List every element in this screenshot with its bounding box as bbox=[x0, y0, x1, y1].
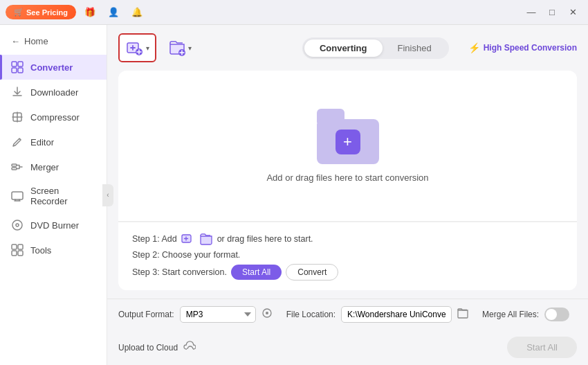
tab-finished[interactable]: Finished bbox=[383, 39, 447, 57]
step-2-row: Step 2: Choose your format. bbox=[132, 250, 563, 260]
title-bar: 🛒 See Pricing 🎁 👤 🔔 — □ ✕ bbox=[0, 0, 588, 25]
step-3-row: Step 3: Start conversion. Start All Conv… bbox=[132, 264, 563, 281]
step3-convert-button[interactable]: Convert bbox=[286, 264, 338, 281]
folder-illustration: + bbox=[317, 109, 379, 164]
profile-button[interactable]: 👤 bbox=[104, 3, 123, 22]
add-file-chevron-icon: ▾ bbox=[146, 44, 149, 52]
compressor-icon bbox=[11, 111, 24, 123]
drop-zone-text: Add or drag files here to start conversi… bbox=[266, 172, 428, 183]
add-file-button[interactable]: ▾ bbox=[118, 33, 156, 62]
screen-recorder-icon bbox=[11, 190, 24, 202]
svg-rect-6 bbox=[12, 168, 17, 170]
svg-rect-1 bbox=[18, 62, 23, 66]
svg-rect-2 bbox=[12, 68, 17, 73]
upload-cloud-field: Upload to Cloud bbox=[118, 341, 196, 355]
svg-point-19 bbox=[266, 312, 268, 314]
output-format-label: Output Format: bbox=[118, 310, 174, 319]
sidebar-editor-label: Editor bbox=[30, 137, 54, 148]
svg-rect-10 bbox=[12, 244, 17, 249]
output-format-field: Output Format: MP3 MP4 AVI MOV bbox=[118, 306, 273, 323]
output-format-select[interactable]: MP3 MP4 AVI MOV bbox=[180, 306, 256, 323]
sidebar-item-editor[interactable]: Editor bbox=[0, 130, 107, 154]
window-controls: — □ ✕ bbox=[522, 3, 582, 22]
title-bar-left: 🛒 See Pricing 🎁 👤 🔔 bbox=[6, 3, 147, 22]
svg-rect-13 bbox=[18, 251, 23, 256]
svg-point-9 bbox=[16, 224, 19, 226]
steps-section: Step 1: Add bbox=[118, 222, 577, 290]
gift-button[interactable]: 🎁 bbox=[80, 3, 100, 22]
dvd-burner-icon bbox=[11, 219, 24, 231]
main-content: ▾ ▾ Converting bbox=[107, 25, 588, 365]
output-format-settings-button[interactable] bbox=[261, 308, 273, 321]
sidebar-back[interactable]: ← Home bbox=[0, 30, 107, 52]
sidebar-dvd-burner-label: DVD Burner bbox=[30, 220, 79, 231]
step1-add-folder-icon bbox=[199, 232, 213, 246]
downloader-icon bbox=[11, 86, 24, 98]
sidebar-item-screen-recorder[interactable]: Screen Recorder bbox=[0, 179, 107, 213]
step-1-row: Step 1: Add bbox=[132, 232, 563, 246]
sidebar-item-dvd-burner[interactable]: DVD Burner bbox=[0, 213, 107, 238]
file-location-input[interactable] bbox=[341, 306, 452, 323]
upload-cloud-label: Upload to Cloud bbox=[118, 343, 178, 353]
sidebar-downloader-label: Downloader bbox=[30, 87, 78, 98]
sidebar-item-converter[interactable]: Converter bbox=[0, 55, 107, 80]
editor-icon bbox=[11, 136, 24, 148]
merger-icon bbox=[11, 161, 24, 173]
high-speed-label: High Speed Conversion bbox=[484, 43, 577, 53]
sidebar-collapse-handle[interactable]: ‹ bbox=[102, 184, 113, 206]
sidebar-item-tools[interactable]: Tools bbox=[0, 238, 107, 262]
sidebar-compressor-label: Compressor bbox=[30, 112, 80, 123]
svg-rect-0 bbox=[12, 62, 17, 66]
converter-icon bbox=[11, 61, 24, 73]
bell-button[interactable]: 🔔 bbox=[127, 3, 147, 22]
step1-add-file-icon bbox=[181, 232, 195, 246]
tools-icon bbox=[11, 244, 24, 256]
sidebar-item-downloader[interactable]: Downloader bbox=[0, 80, 107, 105]
step3-start-all-button[interactable]: Start All bbox=[231, 265, 282, 280]
lightning-icon: ⚡ bbox=[468, 42, 480, 53]
svg-point-8 bbox=[12, 220, 22, 230]
folder-body: + bbox=[317, 119, 379, 164]
merge-files-toggle[interactable] bbox=[544, 308, 569, 321]
see-pricing-label: See Pricing bbox=[26, 8, 68, 17]
add-file-icon bbox=[125, 38, 145, 57]
add-folder-button[interactable]: ▾ bbox=[162, 35, 197, 61]
file-location-label: File Location: bbox=[286, 310, 336, 319]
sidebar-item-compressor[interactable]: Compressor bbox=[0, 105, 107, 130]
step1-prefix: Step 1: Add bbox=[132, 234, 177, 244]
sidebar: ← Home Converter Downloader bbox=[0, 25, 107, 365]
app-container: ← Home Converter Downloader bbox=[0, 0, 588, 365]
sidebar-screen-recorder-label: Screen Recorder bbox=[30, 186, 95, 206]
svg-rect-3 bbox=[18, 68, 23, 73]
drop-zone[interactable]: + Add or drag files here to start conver… bbox=[118, 71, 577, 221]
high-speed-conversion-button[interactable]: ⚡ High Speed Conversion bbox=[468, 42, 577, 53]
start-all-main-button[interactable]: Start All bbox=[507, 337, 577, 358]
upload-cloud-button[interactable] bbox=[183, 341, 196, 355]
close-button[interactable]: ✕ bbox=[563, 3, 582, 22]
toolbar: ▾ ▾ Converting bbox=[107, 25, 588, 71]
folder-plus-icon: + bbox=[336, 130, 360, 154]
step2-text: Step 2: Choose your format. bbox=[132, 250, 240, 260]
svg-rect-7 bbox=[12, 192, 23, 199]
file-location-browse-button[interactable] bbox=[457, 308, 468, 321]
sidebar-converter-label: Converter bbox=[30, 62, 73, 73]
merge-files-field: Merge All Files: bbox=[482, 308, 569, 321]
svg-rect-11 bbox=[18, 244, 23, 249]
step1-suffix: or drag files here to start. bbox=[217, 234, 313, 244]
add-folder-icon bbox=[167, 38, 187, 57]
tab-finished-label: Finished bbox=[398, 43, 432, 53]
converter-area: + Add or drag files here to start conver… bbox=[107, 71, 588, 299]
pricing-icon: 🛒 bbox=[14, 8, 24, 17]
bottom-bar: Output Format: MP3 MP4 AVI MOV File Loca… bbox=[107, 299, 588, 365]
tab-converting[interactable]: Converting bbox=[304, 39, 383, 57]
tab-converting-label: Converting bbox=[320, 43, 367, 53]
svg-rect-5 bbox=[12, 164, 17, 166]
see-pricing-button[interactable]: 🛒 See Pricing bbox=[6, 5, 76, 19]
sidebar-item-merger[interactable]: Merger bbox=[0, 154, 107, 179]
sidebar-merger-label: Merger bbox=[30, 162, 59, 172]
minimize-button[interactable]: — bbox=[522, 3, 541, 22]
svg-rect-12 bbox=[12, 251, 17, 256]
maximize-button[interactable]: □ bbox=[542, 3, 562, 22]
sidebar-tools-label: Tools bbox=[30, 245, 51, 256]
back-arrow-icon: ← bbox=[11, 36, 20, 46]
